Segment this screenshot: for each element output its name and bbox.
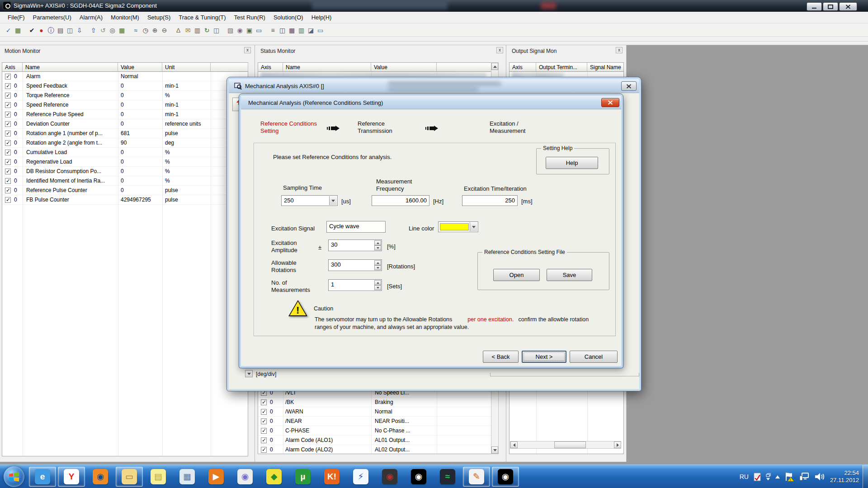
menu-item[interactable]: Test Run(R) [230, 12, 269, 23]
scroll-down-icon[interactable] [491, 446, 498, 454]
start-button[interactable] [4, 466, 24, 487]
table-row[interactable]: 0 /BK Braking [258, 398, 491, 407]
allowable-rotations-input[interactable]: 300 [328, 259, 382, 271]
load-from-servo-icon[interactable]: ⇧ [89, 25, 98, 35]
print-icon[interactable]: ▤ [56, 25, 65, 35]
list-icon[interactable]: ≡ [268, 25, 278, 35]
spinner-control[interactable] [374, 240, 381, 250]
menu-item[interactable]: Monitor(M) [107, 12, 143, 23]
filter-icon[interactable]: ▧ [226, 25, 235, 35]
dialog-close-button[interactable] [601, 98, 619, 107]
table-row[interactable]: 0 Reference Pulse Speed 0 min-1 [2, 110, 248, 119]
table-row[interactable]: 0 Identified Moment of Inertia Ra... 0 % [2, 176, 248, 186]
table-row[interactable]: 0 Rotation angle 1 (number of p... 681 p… [2, 129, 248, 138]
row-checkbox[interactable] [5, 121, 11, 127]
minimize-button[interactable] [807, 2, 822, 11]
table-row[interactable]: 0 /WARN Normal [258, 407, 491, 417]
maximize-button[interactable] [823, 2, 838, 11]
search-icon[interactable]: ◎ [108, 25, 117, 35]
dialog-titlebar[interactable]: Mechanical Analysis (Reference Condition… [241, 96, 621, 109]
layout-icon[interactable]: ◪ [306, 25, 316, 35]
table-row[interactable]: 0 FB Pulse Counter 4294967295 pulse [2, 195, 248, 205]
row-checkbox[interactable] [5, 93, 11, 99]
calculator-icon[interactable]: ▦ [174, 467, 201, 487]
cancel-button[interactable]: Cancel [570, 351, 618, 363]
column-header[interactable]: Axis [509, 63, 536, 72]
show-hidden-icons[interactable] [775, 475, 780, 479]
open-button[interactable]: Open [493, 269, 540, 281]
column-header[interactable]: Output Termin... [536, 63, 587, 72]
row-checkbox[interactable] [261, 418, 267, 424]
column-header[interactable]: Value [118, 63, 162, 72]
table-row[interactable]: 0 DB Resistor Consumption Po... 0 % [2, 167, 248, 176]
menu-item[interactable]: Setup(S) [143, 12, 175, 23]
punto-switcher-icon[interactable] [753, 472, 761, 481]
verify-icon[interactable]: ✔ [27, 25, 37, 35]
table-row[interactable]: 0 C-PHASE No C-Phase ... [258, 426, 491, 436]
table-row[interactable]: 0 Torque Reference 0 % [2, 91, 248, 100]
action-center-flag-icon[interactable]: ! [784, 472, 794, 482]
parameter-table-icon[interactable]: ▦ [117, 25, 127, 35]
outer-close-button[interactable] [621, 81, 637, 91]
column-header[interactable]: Axis [258, 63, 283, 72]
kit-icon[interactable]: K! [318, 467, 345, 487]
monitor-read-icon[interactable]: ◫ [65, 25, 75, 35]
game-logo-icon[interactable]: ◉ [376, 467, 403, 487]
capture-icon[interactable]: ▭ [316, 25, 325, 35]
mail-icon[interactable]: ✉ [183, 25, 193, 35]
table-row[interactable]: 0 Alarm Code (ALO1) AL01 Output... [258, 436, 491, 445]
table-row[interactable]: 0 Alarm Code (ALO2) AL02 Output... [258, 445, 491, 455]
jog-icon[interactable]: ↺ [98, 25, 108, 35]
no-of-measurements-input[interactable]: 1 [328, 279, 382, 291]
clock[interactable]: 22:54 27.11.2012 [830, 469, 859, 484]
volume-icon[interactable] [814, 472, 825, 481]
table-row[interactable]: 0 Cumulative Load 0 % [2, 148, 248, 157]
column-header[interactable]: Axis [2, 63, 23, 72]
table-row[interactable]: 0 Reference Pulse Counter 0 pulse [2, 186, 248, 195]
scroll-thumb[interactable] [554, 441, 586, 448]
grid-icon[interactable]: ▦ [287, 25, 297, 35]
row-checkbox[interactable] [5, 159, 11, 165]
column-header[interactable]: Unit [162, 63, 211, 72]
scroll-right-icon[interactable] [614, 441, 621, 448]
row-checkbox[interactable] [5, 74, 11, 80]
save-to-servo-icon[interactable]: ⇩ [75, 25, 84, 35]
info-icon[interactable]: ⓘ [46, 25, 56, 35]
keyboard-layout-indicator[interactable]: RU [740, 473, 749, 480]
chevron-down-icon[interactable] [329, 196, 337, 205]
column-header[interactable]: Signal Name [587, 63, 624, 72]
row-checkbox[interactable] [261, 428, 267, 434]
tuning-icon[interactable]: ∆ [174, 25, 183, 35]
excitation-amplitude-input[interactable]: 30 [328, 239, 382, 251]
paint-icon[interactable]: ✎ [463, 467, 490, 487]
menu-item[interactable]: Solution(O) [269, 12, 307, 23]
table-row[interactable]: 0 Regenerative Load 0 % [2, 157, 248, 167]
row-checkbox[interactable] [261, 447, 267, 453]
sampling-time-combo[interactable]: 250 [281, 195, 338, 206]
help-button[interactable]: Help [546, 157, 598, 169]
daemon-tools-icon[interactable]: ⚡ [347, 467, 374, 487]
windjview-icon[interactable]: ◆ [260, 467, 288, 487]
close-button[interactable] [839, 2, 857, 11]
zoom-out-icon[interactable]: ⊖ [160, 25, 169, 35]
menu-item[interactable]: Trace & Tuning(T) [175, 12, 230, 23]
panel-icon[interactable]: ◫ [278, 25, 287, 35]
internet-explorer-icon[interactable]: e [29, 467, 56, 487]
menu-item[interactable]: Alarm(A) [75, 12, 107, 23]
save-button[interactable]: Save [547, 269, 592, 281]
row-checkbox[interactable] [5, 83, 11, 89]
window-icon[interactable]: ▭ [254, 25, 264, 35]
horizontal-scrollbar[interactable] [510, 441, 621, 449]
table-icon[interactable]: ▣ [245, 25, 254, 35]
column-header[interactable]: Name [283, 63, 371, 72]
sigmawin-tray-app-icon[interactable]: ◉ [405, 467, 432, 487]
spinner-control[interactable] [374, 260, 381, 270]
next-button[interactable]: Next > [522, 351, 566, 363]
row-checkbox[interactable] [5, 140, 11, 146]
back-button[interactable]: < Back [483, 351, 519, 363]
table-row[interactable]: 0 Deviation Counter 0 reference units [2, 119, 248, 129]
table-row[interactable]: 0 /NEAR NEAR Positi... [258, 417, 491, 426]
table-row[interactable]: 0 Alarm Normal [2, 72, 248, 81]
hidden-combo-fragment[interactable] [245, 370, 253, 377]
table-row[interactable]: 0 Speed Reference 0 min-1 [2, 100, 248, 110]
